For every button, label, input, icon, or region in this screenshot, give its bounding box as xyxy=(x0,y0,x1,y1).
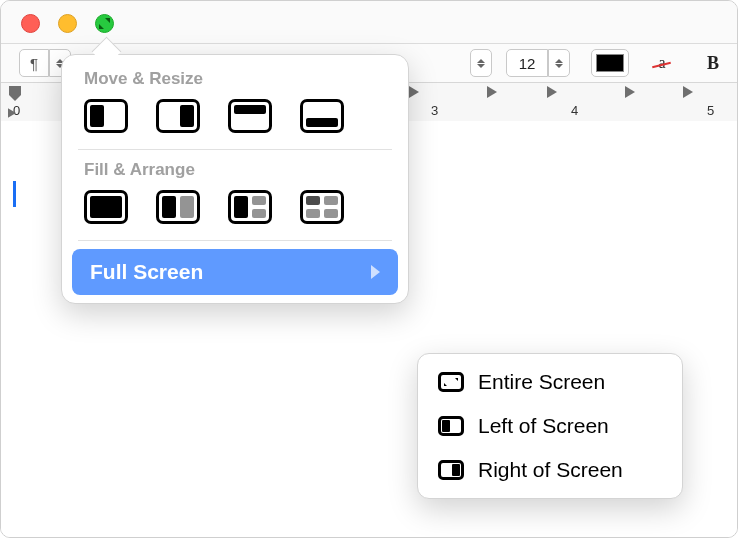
first-line-indent-icon[interactable] xyxy=(8,108,16,118)
left-of-screen-icon xyxy=(438,416,464,436)
text-cursor xyxy=(13,181,16,207)
move-resize-row xyxy=(66,95,404,147)
separator xyxy=(78,149,392,150)
ruler-tick-5: 5 xyxy=(707,103,714,118)
fill-arrange-row xyxy=(66,186,404,238)
full-screen-label: Full Screen xyxy=(90,260,203,284)
zoom-icon[interactable] xyxy=(95,14,114,33)
pilcrow-icon: ¶ xyxy=(30,55,38,72)
right-of-screen-icon xyxy=(438,460,464,480)
tab-stop-icon[interactable] xyxy=(409,86,419,98)
app-window: ¶ 12 a B 0 3 4 5 Move & xyxy=(0,0,738,538)
arrange-two-vertical-icon[interactable] xyxy=(156,190,200,224)
bold-button[interactable]: B xyxy=(695,50,731,76)
arrange-three-mixed-icon[interactable] xyxy=(228,190,272,224)
color-swatch-icon xyxy=(596,54,624,72)
indent-marker-icon[interactable] xyxy=(9,86,21,95)
highlight-color-button[interactable]: a xyxy=(644,50,680,76)
font-size-select[interactable]: 12 xyxy=(506,49,570,77)
snap-bottom-half-icon[interactable] xyxy=(300,99,344,133)
arrange-four-quadrant-icon[interactable] xyxy=(300,190,344,224)
submenu-left-of-screen[interactable]: Left of Screen xyxy=(422,404,678,448)
separator xyxy=(78,240,392,241)
minimize-icon[interactable] xyxy=(58,14,77,33)
full-screen-menu-item[interactable]: Full Screen xyxy=(72,249,398,295)
window-snap-popover: Move & Resize Fill & Arrange xyxy=(61,54,409,304)
submenu-entire-screen[interactable]: Entire Screen xyxy=(422,360,678,404)
submenu-item-label: Entire Screen xyxy=(478,370,605,394)
close-icon[interactable] xyxy=(21,14,40,33)
section-title-fill-arrange: Fill & Arrange xyxy=(66,152,404,186)
titlebar xyxy=(1,1,737,44)
font-family-select-stepper[interactable] xyxy=(470,49,492,77)
tab-stop-icon[interactable] xyxy=(625,86,635,98)
snap-right-half-icon[interactable] xyxy=(156,99,200,133)
strike-a-icon: a xyxy=(654,54,669,72)
bold-b-icon: B xyxy=(703,53,723,74)
tab-stop-icon[interactable] xyxy=(547,86,557,98)
snap-left-half-icon[interactable] xyxy=(84,99,128,133)
entire-screen-icon xyxy=(438,372,464,392)
section-title-move-resize: Move & Resize xyxy=(66,69,404,95)
ruler-tick-3: 3 xyxy=(431,103,438,118)
submenu-item-label: Left of Screen xyxy=(478,414,609,438)
text-color-swatch[interactable] xyxy=(591,49,629,77)
snap-top-half-icon[interactable] xyxy=(228,99,272,133)
traffic-lights xyxy=(21,14,114,33)
submenu-item-label: Right of Screen xyxy=(478,458,623,482)
arrange-fill-icon[interactable] xyxy=(84,190,128,224)
font-size-value: 12 xyxy=(517,55,537,72)
submenu-right-of-screen[interactable]: Right of Screen xyxy=(422,448,678,492)
tab-stop-icon[interactable] xyxy=(683,86,693,98)
tab-stop-icon[interactable] xyxy=(487,86,497,98)
chevron-right-icon xyxy=(371,265,380,279)
ruler-tick-4: 4 xyxy=(571,103,578,118)
full-screen-submenu: Entire Screen Left of Screen Right of Sc… xyxy=(417,353,683,499)
